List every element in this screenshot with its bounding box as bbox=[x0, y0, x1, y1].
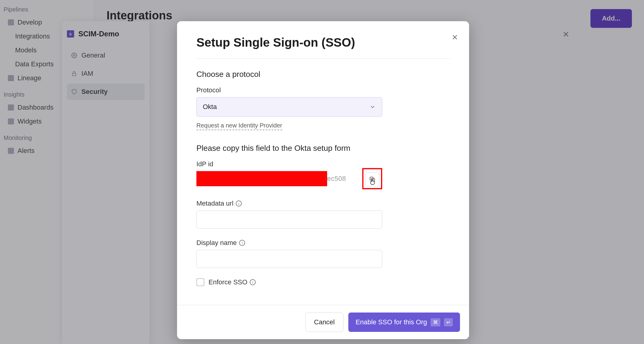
section-heading: Please copy this field to the Okta setup… bbox=[196, 144, 450, 153]
protocol-label: Protocol bbox=[196, 86, 450, 94]
idp-id-value-suffix: ec508 bbox=[327, 175, 346, 183]
close-icon bbox=[562, 30, 570, 38]
redaction-box bbox=[196, 171, 327, 186]
enable-sso-button-label: Enable SSO for this Org bbox=[356, 318, 427, 326]
copy-button-highlight bbox=[362, 168, 382, 189]
metadata-url-input[interactable] bbox=[196, 210, 382, 229]
cursor-icon bbox=[369, 178, 376, 186]
metadata-url-label: Metadata url i bbox=[196, 200, 450, 207]
enforce-sso-checkbox[interactable] bbox=[196, 278, 204, 286]
display-name-input[interactable] bbox=[196, 250, 382, 268]
info-icon[interactable]: i bbox=[250, 279, 256, 285]
protocol-select[interactable]: Okta bbox=[196, 97, 382, 117]
kbd-enter-icon: ↵ bbox=[444, 318, 453, 326]
info-icon[interactable]: i bbox=[236, 200, 242, 207]
protocol-select-value: Okta bbox=[203, 103, 217, 111]
modal-title: Setup Single Sign-on (SSO) bbox=[196, 36, 450, 49]
section-heading: Choose a protocol bbox=[196, 70, 450, 79]
info-icon[interactable]: i bbox=[239, 240, 245, 246]
drawer-close-button[interactable] bbox=[560, 29, 571, 40]
close-icon bbox=[451, 33, 459, 41]
display-name-label: Display name i bbox=[196, 239, 450, 247]
sso-modal: Setup Single Sign-on (SSO) Choose a prot… bbox=[177, 21, 469, 339]
kbd-cmd-icon: ⌘ bbox=[431, 318, 440, 326]
idp-id-label: IdP id bbox=[196, 160, 450, 168]
copy-idp-button[interactable] bbox=[365, 172, 379, 186]
enable-sso-button[interactable]: Enable SSO for this Org ⌘ ↵ bbox=[348, 313, 460, 332]
modal-footer: Cancel Enable SSO for this Org ⌘ ↵ bbox=[177, 305, 469, 339]
chevron-down-icon bbox=[369, 104, 376, 110]
enforce-sso-label: Enforce SSO i bbox=[209, 278, 256, 286]
cancel-button[interactable]: Cancel bbox=[305, 313, 343, 332]
idp-id-field[interactable]: ec508 bbox=[196, 171, 357, 186]
divider bbox=[196, 58, 450, 59]
request-idp-link[interactable]: Request a new Identity Provider bbox=[196, 122, 282, 130]
modal-close-button[interactable] bbox=[450, 33, 459, 42]
cancel-button-label: Cancel bbox=[314, 318, 335, 326]
